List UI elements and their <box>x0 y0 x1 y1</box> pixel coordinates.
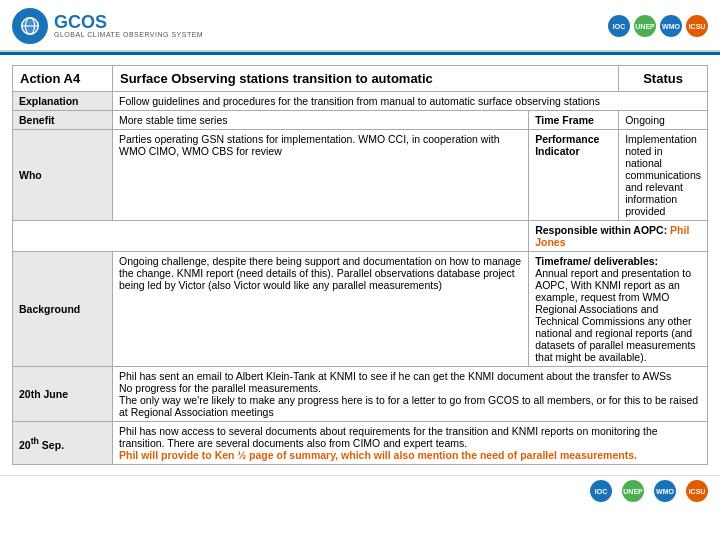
june-line1: Phil has sent an email to Albert Klein-T… <box>119 370 701 382</box>
tf-deliverables-value: Annual report and presentation to AOPC, … <box>535 267 701 363</box>
explanation-row: Explanation Follow guidelines and proced… <box>13 92 708 111</box>
action-table: Action A4 Surface Observing stations tra… <box>12 65 708 465</box>
footer-wmo: WMO <box>654 480 676 502</box>
tf-deliverables-label: Timeframe/ deliverables: <box>535 255 701 267</box>
action-title: Surface Observing stations transition to… <box>113 66 619 92</box>
june-content: Phil has sent an email to Albert Klein-T… <box>113 367 708 422</box>
benefit-label: Benefit <box>13 111 113 130</box>
who-row: Who Parties operating GSN stations for i… <box>13 130 708 221</box>
june-line2: No progress for the parallel measurement… <box>119 382 701 394</box>
performance-label: Performance Indicator <box>529 130 619 221</box>
june-line3: The only way we're likely to make any pr… <box>119 394 701 418</box>
june-label: 20th June <box>13 367 113 422</box>
timeframe-label: Time Frame <box>529 111 619 130</box>
who-label: Who <box>13 130 113 221</box>
background-left: Ongoing challenge, despite there being s… <box>113 252 529 367</box>
explanation-label: Explanation <box>13 92 113 111</box>
explanation-content: Follow guidelines and procedures for the… <box>113 92 708 111</box>
title-row: Action A4 Surface Observing stations tra… <box>13 66 708 92</box>
footer-wmo-badge: WMO <box>660 15 682 37</box>
timeframe-value: Ongoing <box>619 111 708 130</box>
footer-unep-badge: UNEP <box>634 15 656 37</box>
sep-label: 20th Sep. <box>13 422 113 465</box>
who-value: Parties operating GSN stations for imple… <box>113 130 529 221</box>
responsible-row: Responsible within AOPC: Phil Jones <box>13 221 708 252</box>
footer-ioc-badge: IOC <box>608 15 630 37</box>
logo-circle <box>12 8 48 44</box>
background-row: Background Ongoing challenge, despite th… <box>13 252 708 367</box>
responsible-label: Responsible within AOPC: <box>535 224 667 236</box>
performance-value: Implementation noted in national communi… <box>619 130 708 221</box>
footer-unep: UNEP <box>622 480 644 502</box>
background-right: Timeframe/ deliverables: Annual report a… <box>529 252 708 367</box>
action-label: Action A4 <box>13 66 113 92</box>
sep-line2-highlight: Phil will provide to Ken ½ page of summa… <box>119 449 701 461</box>
sep-line1: Phil has now access to several documents… <box>119 425 701 449</box>
footer-ioc: IOC <box>590 480 612 502</box>
logo-subtitle: GLOBAL CLIMATE OBSERVING SYSTEM <box>54 31 203 39</box>
logo-gcos: GCOS <box>54 13 203 31</box>
footer: IOC UNEP WMO ICSU <box>0 475 720 506</box>
background-label: Background <box>13 252 113 367</box>
footer-icsu-badge: ICSU <box>686 15 708 37</box>
status-badge: Status <box>619 66 708 92</box>
sep-row: 20th Sep. Phil has now access to several… <box>13 422 708 465</box>
benefit-value: More stable time series <box>113 111 529 130</box>
footer-icsu: ICSU <box>686 480 708 502</box>
main-content: Action A4 Surface Observing stations tra… <box>0 55 720 475</box>
benefit-row: Benefit More stable time series Time Fra… <box>13 111 708 130</box>
header: GCOS GLOBAL CLIMATE OBSERVING SYSTEM IOC… <box>0 0 720 52</box>
sep-content: Phil has now access to several documents… <box>113 422 708 465</box>
june-row: 20th June Phil has sent an email to Albe… <box>13 367 708 422</box>
